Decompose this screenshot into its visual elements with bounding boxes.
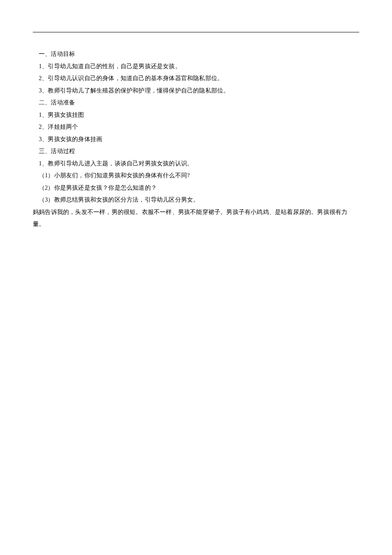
- text-line: 3、男孩女孩的身体挂画: [33, 136, 359, 142]
- text-line: 2、洋娃娃两个: [33, 124, 359, 130]
- text-line: 3、教师引导幼儿了解生殖器的保护和护理，懂得保护自己的隐私部位。: [33, 88, 359, 94]
- text-line: 一、活动目标: [33, 51, 359, 57]
- text-line: 量。: [33, 221, 359, 227]
- text-line: 三、活动过程: [33, 148, 359, 154]
- document-body: 一、活动目标 1、引导幼儿知道自己的性别，自己是男孩还是女孩。 2、引导幼儿认识…: [33, 51, 359, 227]
- text-line: 二、活动准备: [33, 100, 359, 106]
- text-line: （3）教师总结男孩和女孩的区分方法，引导幼儿区分男女。: [33, 197, 359, 203]
- document-page: 一、活动目标 1、引导幼儿知道自己的性别，自己是男孩还是女孩。 2、引导幼儿认识…: [0, 0, 392, 227]
- text-line: 1、引导幼儿知道自己的性别，自己是男孩还是女孩。: [33, 64, 359, 69]
- text-line: （2）你是男孩还是女孩？你是怎么知道的？: [33, 185, 359, 191]
- text-line: 妈妈告诉我的，头发不一样，男的很短。衣服不一样、男孩不能穿裙子。男孩子有小鸡鸡、…: [33, 209, 359, 215]
- text-line: 2、引导幼儿认识自己的身体，知道自己的基本身体器官和隐私部位。: [33, 75, 359, 81]
- horizontal-rule: [33, 32, 359, 32]
- text-line: 1、教师引导幼儿进入主题，谈谈自己对男孩女孩的认识。: [33, 161, 359, 167]
- text-line: 1、男孩女孩挂图: [33, 112, 359, 118]
- text-line: （1）小朋友们，你们知道男孩和女孩的身体有什么不同?: [33, 173, 359, 179]
